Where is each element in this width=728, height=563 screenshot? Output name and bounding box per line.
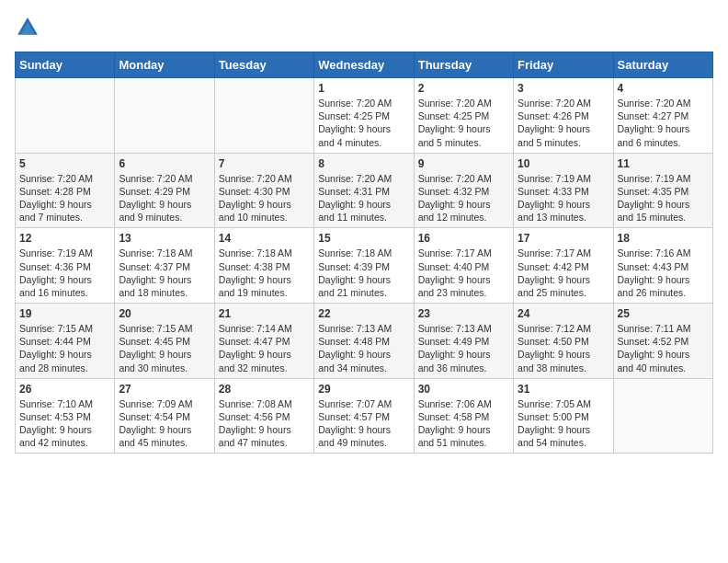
day-info-line: Sunset: 4:50 PM (518, 335, 609, 348)
day-info-line: Daylight: 9 hours (318, 273, 409, 286)
day-info-line: and 4 minutes. (318, 136, 409, 149)
day-info-line: Sunrise: 7:08 AM (219, 397, 310, 410)
calendar-cell: 7Sunrise: 7:20 AMSunset: 4:30 PMDaylight… (214, 153, 313, 228)
weekday-header: Monday (115, 52, 214, 78)
calendar-cell: 31Sunrise: 7:05 AMSunset: 5:00 PMDayligh… (514, 378, 613, 454)
day-number: 30 (418, 383, 509, 396)
day-info-line: Sunrise: 7:09 AM (119, 397, 210, 410)
day-number: 24 (518, 307, 609, 320)
day-info-line: Daylight: 9 hours (418, 198, 509, 211)
logo (15, 15, 44, 40)
calendar-cell: 4Sunrise: 7:20 AMSunset: 4:27 PMDaylight… (613, 78, 712, 154)
day-info-line: Sunset: 4:58 PM (418, 410, 509, 423)
day-info-line: Sunset: 4:32 PM (418, 185, 509, 198)
day-info-line: Sunset: 4:38 PM (219, 260, 310, 273)
day-info-line: Daylight: 9 hours (618, 122, 709, 135)
day-info-line: Sunrise: 7:18 AM (318, 247, 409, 259)
day-info-line: and 23 minutes. (418, 286, 509, 299)
day-info-line: Sunset: 4:39 PM (318, 260, 409, 273)
day-info-line: Sunrise: 7:20 AM (219, 172, 310, 185)
day-info-line: Sunset: 4:35 PM (618, 185, 709, 198)
page-header (15, 15, 713, 40)
day-info-line: Daylight: 9 hours (518, 273, 609, 286)
day-info-line: Sunrise: 7:20 AM (19, 172, 110, 185)
calendar-cell: 3Sunrise: 7:20 AMSunset: 4:26 PMDaylight… (514, 78, 613, 154)
day-info-line: Sunrise: 7:17 AM (518, 247, 609, 259)
day-info-line: and 10 minutes. (219, 211, 310, 224)
day-info-line: and 49 minutes. (318, 436, 409, 449)
day-info-line: Daylight: 9 hours (518, 122, 609, 135)
day-info-line: Sunset: 4:31 PM (318, 185, 409, 198)
day-info-line: Sunrise: 7:15 AM (119, 322, 210, 335)
day-info-line: Daylight: 9 hours (119, 198, 210, 211)
day-info-line: Sunset: 4:25 PM (418, 109, 509, 122)
calendar-week-row: 5Sunrise: 7:20 AMSunset: 4:28 PMDaylight… (16, 153, 713, 228)
logo-icon (15, 15, 40, 40)
calendar-cell: 9Sunrise: 7:20 AMSunset: 4:32 PMDaylight… (414, 153, 513, 228)
calendar-cell: 18Sunrise: 7:16 AMSunset: 4:43 PMDayligh… (613, 228, 712, 304)
day-number: 31 (518, 383, 609, 396)
calendar-cell: 12Sunrise: 7:19 AMSunset: 4:36 PMDayligh… (16, 228, 115, 304)
day-number: 18 (618, 232, 709, 245)
calendar-cell: 8Sunrise: 7:20 AMSunset: 4:31 PMDaylight… (314, 153, 414, 228)
calendar-cell: 15Sunrise: 7:18 AMSunset: 4:39 PMDayligh… (314, 228, 414, 304)
day-info-line: Sunrise: 7:20 AM (119, 172, 210, 185)
calendar-cell: 23Sunrise: 7:13 AMSunset: 4:49 PMDayligh… (414, 304, 513, 379)
calendar-cell: 22Sunrise: 7:13 AMSunset: 4:48 PMDayligh… (314, 304, 414, 379)
calendar-cell: 6Sunrise: 7:20 AMSunset: 4:29 PMDaylight… (115, 153, 214, 228)
day-info-line: Sunrise: 7:19 AM (518, 172, 609, 185)
weekday-header: Wednesday (314, 52, 414, 78)
day-info-line: Sunset: 4:40 PM (418, 260, 509, 273)
day-number: 22 (318, 307, 409, 320)
calendar-week-row: 19Sunrise: 7:15 AMSunset: 4:44 PMDayligh… (16, 304, 713, 379)
weekday-header: Saturday (613, 52, 712, 78)
calendar-week-row: 12Sunrise: 7:19 AMSunset: 4:36 PMDayligh… (16, 228, 713, 304)
day-info-line: and 30 minutes. (119, 362, 210, 374)
calendar-header: SundayMondayTuesdayWednesdayThursdayFrid… (16, 52, 713, 78)
day-info-line: and 28 minutes. (19, 362, 110, 374)
day-info-line: Sunrise: 7:20 AM (418, 97, 509, 109)
calendar-table: SundayMondayTuesdayWednesdayThursdayFrid… (15, 52, 713, 454)
day-info-line: Sunset: 4:45 PM (119, 335, 210, 348)
day-info-line: Sunset: 4:54 PM (119, 410, 210, 423)
calendar-cell: 17Sunrise: 7:17 AMSunset: 4:42 PMDayligh… (514, 228, 613, 304)
day-info-line: Sunrise: 7:14 AM (219, 322, 310, 335)
day-info-line: Daylight: 9 hours (119, 423, 210, 436)
calendar-cell: 28Sunrise: 7:08 AMSunset: 4:56 PMDayligh… (214, 378, 313, 454)
day-number: 28 (219, 383, 310, 396)
calendar-cell (115, 78, 214, 154)
calendar-cell: 26Sunrise: 7:10 AMSunset: 4:53 PMDayligh… (16, 378, 115, 454)
day-info-line: Sunrise: 7:20 AM (518, 97, 609, 109)
day-info-line: Daylight: 9 hours (119, 348, 210, 361)
day-info-line: and 9 minutes. (119, 211, 210, 224)
calendar-cell (16, 78, 115, 154)
day-info-line: Sunrise: 7:11 AM (618, 322, 709, 335)
day-info-line: Sunrise: 7:12 AM (518, 322, 609, 335)
day-number: 10 (518, 157, 609, 170)
day-info-line: Daylight: 9 hours (19, 348, 110, 361)
day-info-line: Daylight: 9 hours (318, 348, 409, 361)
day-info-line: and 11 minutes. (318, 211, 409, 224)
day-info-line: Sunrise: 7:16 AM (618, 247, 709, 259)
day-number: 11 (618, 157, 709, 170)
day-info-line: Daylight: 9 hours (518, 423, 609, 436)
day-info-line: Sunset: 4:49 PM (418, 335, 509, 348)
weekday-header: Tuesday (214, 52, 313, 78)
day-info-line: and 26 minutes. (618, 286, 709, 299)
day-number: 7 (219, 157, 310, 170)
day-info-line: and 40 minutes. (618, 362, 709, 374)
day-info-line: Sunset: 4:47 PM (219, 335, 310, 348)
day-info-line: Sunset: 5:00 PM (518, 410, 609, 423)
calendar-cell: 1Sunrise: 7:20 AMSunset: 4:25 PMDaylight… (314, 78, 414, 154)
day-info-line: Sunrise: 7:18 AM (219, 247, 310, 259)
day-info-line: and 19 minutes. (219, 286, 310, 299)
day-info-line: Daylight: 9 hours (19, 198, 110, 211)
day-number: 9 (418, 157, 509, 170)
calendar-cell: 14Sunrise: 7:18 AMSunset: 4:38 PMDayligh… (214, 228, 313, 304)
day-info-line: Sunrise: 7:10 AM (19, 397, 110, 410)
day-info-line: Sunset: 4:57 PM (318, 410, 409, 423)
day-info-line: Daylight: 9 hours (19, 273, 110, 286)
day-number: 16 (418, 232, 509, 245)
day-info-line: Sunrise: 7:15 AM (19, 322, 110, 335)
day-info-line: and 7 minutes. (19, 211, 110, 224)
